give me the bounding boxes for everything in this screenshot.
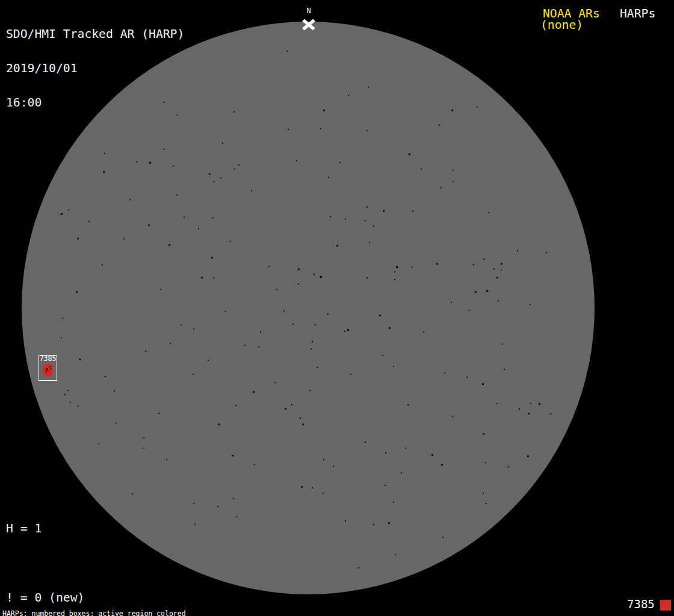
magnetogram-speckle xyxy=(345,218,346,220)
magnetogram-speckle xyxy=(298,283,299,285)
magnetogram-speckle xyxy=(388,522,390,524)
magnetogram-speckle xyxy=(528,413,530,414)
magnetogram-speckle xyxy=(176,194,178,196)
magnetogram-speckle xyxy=(501,270,502,271)
magnetogram-speckle xyxy=(193,374,194,375)
magnetogram-speckle xyxy=(323,109,325,111)
magnetogram-speckle xyxy=(493,268,495,270)
magnetogram-speckle xyxy=(274,382,276,383)
magnetogram-speckle xyxy=(285,408,286,410)
magnetogram-speckle xyxy=(213,181,214,182)
magnetogram-speckle xyxy=(238,164,240,165)
magnetogram-speckle xyxy=(61,337,62,338)
magnetogram-speckle xyxy=(296,160,297,161)
magnetogram-speckle xyxy=(405,448,406,449)
magnetogram-speckle xyxy=(333,466,334,467)
magnetogram-speckle xyxy=(366,277,368,279)
magnetogram-speckle xyxy=(288,129,289,130)
harps-label: HARPs xyxy=(620,8,655,19)
magnetogram-speckle xyxy=(369,242,370,243)
magnetogram-speckle xyxy=(217,506,218,507)
magnetogram-speckle xyxy=(194,524,196,525)
magnetogram-speckle xyxy=(347,329,349,331)
magnetogram-speckle xyxy=(421,168,422,170)
magnetogram-speckle xyxy=(315,324,316,325)
magnetogram-speckle xyxy=(328,177,329,178)
magnetogram-speckle xyxy=(149,162,151,164)
magnetogram-speckle xyxy=(254,464,255,465)
footer-captions: HARPs: numbered boxes; active region col… xyxy=(2,596,244,616)
magnetogram-speckle xyxy=(365,220,366,221)
magnetogram-speckle xyxy=(212,217,214,218)
magnetogram-speckle xyxy=(98,443,99,444)
magnetogram-speckle xyxy=(508,466,509,467)
magnetogram-speckle xyxy=(301,486,303,488)
magnetogram-speckle xyxy=(365,442,366,443)
magnetogram-speckle xyxy=(366,130,368,131)
harp-list-id: 7385 xyxy=(627,597,655,611)
magnetogram-speckle xyxy=(298,268,300,270)
magnetogram-speckle xyxy=(496,277,498,279)
magnetogram-speckle xyxy=(302,424,304,425)
magnetogram-speckle xyxy=(453,170,454,171)
magnetogram-speckle xyxy=(251,190,252,191)
magnetogram-speckle xyxy=(401,472,402,473)
magnetogram-speckle xyxy=(292,324,294,325)
magnetogram-speckle xyxy=(409,153,410,155)
magnetogram-speckle xyxy=(64,394,66,395)
magnetogram-speckle xyxy=(393,366,394,367)
magnetogram-speckle xyxy=(394,271,395,273)
magnetogram-speckle xyxy=(368,87,369,88)
magnetogram-speckle xyxy=(539,403,540,405)
magnetogram-speckle xyxy=(291,404,292,405)
magnetogram-speckle xyxy=(350,374,351,375)
magnetogram-speckle xyxy=(382,355,383,356)
magnetogram-speckle xyxy=(345,520,346,522)
magnetogram-speckle xyxy=(143,437,144,439)
magnetogram-speckle xyxy=(225,311,226,312)
magnetogram-speckle xyxy=(412,211,413,212)
magnetogram-speckle xyxy=(486,290,488,292)
magnetogram-speckle xyxy=(323,493,324,494)
magnetogram-speckle xyxy=(78,405,79,407)
magnetogram-speckle xyxy=(145,351,146,352)
magnetogram-speckle xyxy=(258,346,259,348)
magnetogram-speckle xyxy=(323,459,324,460)
magnetogram-speckle xyxy=(170,343,171,344)
magnetogram-speckle xyxy=(233,111,235,112)
magnetogram-speckle xyxy=(379,315,381,316)
magnetogram-speckle xyxy=(441,187,442,188)
magnetogram-speckle xyxy=(344,331,345,332)
legend-header: NOAA ARs HARPs (none) xyxy=(0,8,674,32)
harp-count: H = 1 xyxy=(6,523,141,534)
magnetogram-speckle xyxy=(132,493,133,494)
magnetogram-speckle xyxy=(412,266,413,268)
harp-region-label: 7385 xyxy=(39,356,57,362)
magnetogram-speckle xyxy=(114,390,115,392)
magnetogram-speckle xyxy=(317,367,318,368)
magnetogram-speckle xyxy=(453,181,454,182)
magnetogram-speckle xyxy=(173,165,174,167)
magnetogram-speckle xyxy=(498,300,499,301)
magnetogram-speckle xyxy=(550,413,551,414)
magnetogram-speckle xyxy=(286,51,288,52)
magnetogram-speckle xyxy=(213,277,214,279)
magnetogram-speckle xyxy=(234,168,235,170)
magnetogram-speckle xyxy=(143,448,144,449)
magnetogram-speckle xyxy=(77,238,79,239)
magnetogram-speckle xyxy=(62,318,63,319)
magnetogram-speckle xyxy=(79,359,81,360)
magnetogram-speckle xyxy=(76,291,78,293)
magnetogram-speckle xyxy=(436,263,438,265)
magnetogram-speckle xyxy=(385,485,386,486)
header-date: 2019/10/01 xyxy=(6,63,184,74)
magnetogram-speckle xyxy=(233,498,234,499)
magnetogram-speckle xyxy=(517,250,518,251)
magnetogram-speckle xyxy=(218,424,220,425)
caption-harps: HARPs: numbered boxes; active region col… xyxy=(2,610,244,616)
magnetogram-speckle xyxy=(220,177,221,179)
magnetogram-speckle xyxy=(473,264,474,265)
magnetogram-speckle xyxy=(103,171,105,173)
magnetogram-speckle xyxy=(320,276,322,278)
magnetogram-speckle xyxy=(330,216,331,217)
